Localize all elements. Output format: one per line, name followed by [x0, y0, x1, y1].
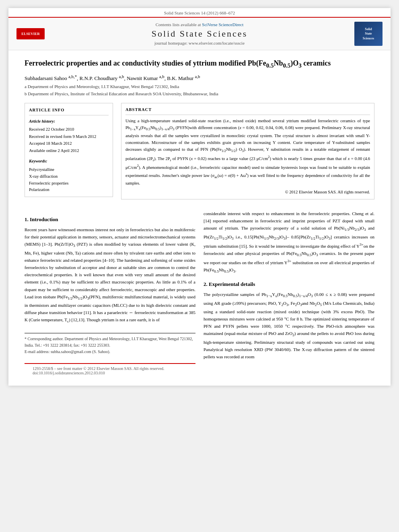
affiliations: a Department of Physics and Meteorology,… — [25, 83, 374, 97]
abstract-column: Abstract Using a high-temperature standa… — [121, 103, 374, 203]
received-date: Received 22 October 2010 — [29, 126, 109, 133]
footnote-area: * Corresponding author. Department of Ph… — [25, 333, 195, 355]
footnote-email: E-mail address: subha.sahoo@gmail.com (S… — [25, 349, 195, 355]
body-left-column: 1. Introduction Recent years have witnes… — [25, 210, 195, 377]
footer-doi: doi:10.1016/j.solidstatesciences.2012.03… — [33, 371, 165, 375]
journal-citation: Solid State Sciences 14 (2012) 668–672 — [164, 10, 235, 15]
received-revised-date: Received in revised form 9 March 2012 — [29, 133, 109, 140]
info-abstract-columns: Article Info Article history: Received 2… — [25, 103, 374, 203]
keywords-section: Keywords: Polycrystalline X-ray diffract… — [29, 158, 109, 193]
article-info-heading: Article Info — [29, 107, 109, 115]
elsevier-logo: ELSEVIER — [16, 28, 45, 39]
footnote-corresponding: * Corresponding author. Department of Ph… — [25, 336, 195, 349]
history-label: Article history: — [29, 118, 109, 125]
section2-heading: 2. Experimental details — [204, 281, 374, 288]
keyword-3: Ferroelectric properties — [29, 180, 109, 187]
copyright-text: © 2012 Elsevier Masson SAS. All rights r… — [125, 189, 370, 196]
journal-homepage: journal homepage: www.elsevier.com/locat… — [45, 41, 354, 45]
footer-issn-text: 1293-2558/$ – see front matter © 2012 El… — [33, 366, 165, 371]
body-right-column: considerable interest with respect to en… — [204, 210, 374, 377]
keyword-1: Polycrystalline — [29, 166, 109, 173]
abstract-text: Using a high-temperature standard solid-… — [125, 117, 370, 187]
article-content: Ferroelectric properties and ac conducti… — [8, 50, 391, 386]
abstract-heading: Abstract — [125, 107, 370, 115]
keyword-2: X-ray diffraction — [29, 173, 109, 180]
article-info-column: Article Info Article history: Received 2… — [25, 103, 113, 203]
article-page: Solid State Sciences 14 (2012) 668–672 E… — [8, 8, 391, 386]
section1-heading: 1. Introduction — [25, 216, 195, 223]
contents-text: Contents lists available at — [156, 22, 201, 27]
affiliation-a: a Department of Physics and Meteorology,… — [25, 83, 374, 90]
article-title: Ferroelectric properties and ac conducti… — [25, 58, 374, 70]
page-footer: 1293-2558/$ – see front matter © 2012 El… — [25, 363, 195, 378]
body-columns: 1. Introduction Recent years have witnes… — [25, 210, 374, 377]
section1-text1: Recent years have witnessed enormous int… — [25, 226, 195, 325]
footer-issn: 1293-2558/$ – see front matter © 2012 El… — [33, 366, 165, 375]
journal-title-area: Contents lists available at SciVerse Sci… — [45, 22, 354, 45]
authors-line: Subhadarsani Sahoo a,b,*, R.N.P. Choudha… — [25, 74, 374, 82]
abstract-box: Abstract Using a high-temperature standa… — [121, 103, 374, 199]
section2-text1: The polycrystalline samples of Pb1−xYx(F… — [204, 291, 374, 360]
keyword-4: Polarization — [29, 187, 109, 193]
journal-banner: ELSEVIER Contents lists available at Sci… — [8, 18, 391, 50]
accepted-date: Accepted 18 March 2012 — [29, 140, 109, 147]
affiliation-b: b Department of Physics, Institute of Te… — [25, 90, 374, 98]
keywords-label: Keywords: — [29, 158, 109, 165]
section1-text2: considerable interest with respect to en… — [204, 210, 374, 275]
article-info-box: Article Info Article history: Received 2… — [25, 103, 113, 197]
sciverse-link[interactable]: SciVerse ScienceDirect — [202, 22, 243, 27]
journal-title: Solid State Sciences — [45, 29, 354, 39]
keywords-list: Polycrystalline X-ray diffraction Ferroe… — [29, 166, 109, 193]
journal-logo-box: SolidStateSciences — [354, 22, 383, 46]
contents-available: Contents lists available at SciVerse Sci… — [45, 22, 354, 27]
journal-header: Solid State Sciences 14 (2012) 668–672 — [8, 8, 391, 18]
article-history-section: Article history: Received 22 October 201… — [29, 118, 109, 154]
available-date: Available online 2 April 2012 — [29, 147, 109, 154]
